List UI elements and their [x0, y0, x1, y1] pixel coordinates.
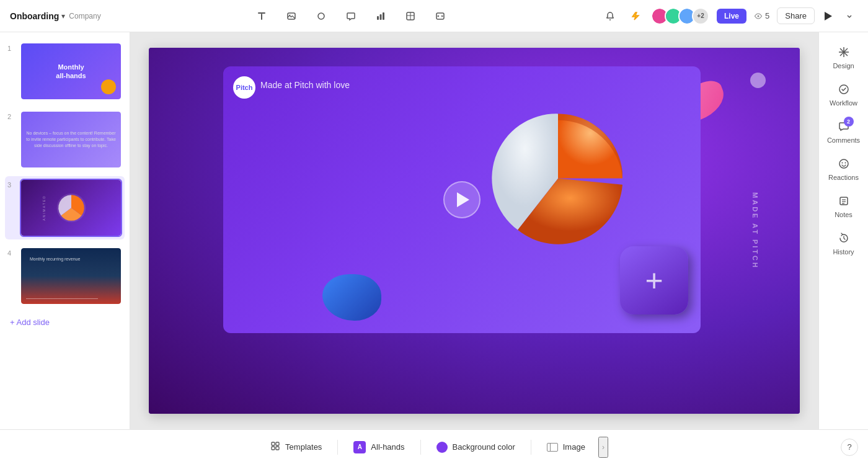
plus-icon-3d: +: [620, 246, 688, 315]
play-button[interactable]: [443, 181, 480, 218]
slide-thumbnail-3: ANIMATED: [20, 179, 122, 237]
add-slide-button[interactable]: + Add slide: [5, 313, 125, 332]
notes-label: Notes: [835, 211, 852, 218]
templates-button[interactable]: Templates: [260, 435, 332, 459]
slide-item-1[interactable]: 1 Monthlyall-hands: [5, 40, 125, 103]
shape-tool-icon[interactable]: [312, 7, 330, 25]
history-label: History: [833, 248, 854, 256]
image-label: Image: [563, 442, 585, 452]
pitch-made-text: Made at Pitch with love: [260, 80, 350, 90]
slide-item-4[interactable]: 4 Monthly recurring revenue: [5, 244, 125, 308]
toolbar-expand-button[interactable]: ›: [598, 437, 608, 458]
pitch-logo: Pitch: [233, 76, 255, 99]
all-hands-color-badge: A: [353, 441, 366, 453]
svg-marker-14: [825, 12, 832, 20]
blob-small: [750, 73, 766, 88]
notification-icon[interactable]: [601, 7, 619, 25]
help-button[interactable]: ?: [841, 439, 858, 456]
templates-label: Templates: [285, 442, 322, 452]
svg-rect-0: [258, 12, 265, 14]
text-tool-icon[interactable]: [253, 7, 270, 25]
slide-thumbnail-2: No devices – focus on the content! Remem…: [20, 110, 122, 169]
comment-tool-icon[interactable]: [342, 7, 360, 25]
svg-point-12: [609, 19, 611, 20]
svg-rect-30: [272, 447, 275, 450]
slide-canvas: ANIMATED BACKGROUNDS MADE AT PITCH Pitch…: [149, 48, 800, 414]
panel-item-notes[interactable]: Notes: [822, 189, 866, 223]
background-color-label: Background color: [453, 442, 515, 452]
svg-point-23: [844, 163, 846, 164]
slide-number-2: 2: [7, 113, 15, 120]
title-dropdown[interactable]: ▾: [61, 12, 65, 20]
share-button[interactable]: Share: [777, 7, 815, 24]
slide-item-2[interactable]: 2 No devices – focus on the content! Rem…: [5, 108, 125, 171]
header-right: +2 Live 5 Share: [601, 7, 858, 25]
presentation-subtitle: Company: [69, 12, 100, 20]
presentation-title: Onboarding: [10, 11, 59, 21]
divider-1: [337, 440, 338, 455]
history-icon: [836, 231, 851, 246]
slide-number-3: 3: [7, 181, 15, 189]
image-button[interactable]: Image: [536, 437, 596, 457]
all-hands-label: All-hands: [371, 442, 404, 452]
live-button[interactable]: Live: [717, 9, 746, 24]
divider-2: [420, 440, 421, 455]
svg-rect-32: [547, 443, 557, 451]
slide-item-3[interactable]: 3 ANIMATED: [5, 176, 125, 239]
notes-icon: [836, 194, 851, 208]
svg-rect-29: [276, 442, 279, 445]
made-at-pitch-label: MADE AT PITCH: [751, 192, 759, 269]
image-icon: [547, 443, 558, 452]
workflow-label: Workflow: [830, 99, 857, 107]
view-count: 5: [754, 11, 769, 20]
svg-rect-7: [383, 12, 384, 20]
play-presentation-button[interactable]: [822, 11, 833, 22]
toolbar-icons: [253, 7, 449, 25]
svg-point-21: [839, 159, 848, 168]
header-left: Onboarding ▾ Company: [10, 11, 101, 21]
blob-blue: [322, 274, 381, 321]
view-count-number: 5: [765, 11, 769, 20]
svg-point-22: [841, 163, 843, 164]
svg-point-13: [758, 15, 760, 17]
header: Onboarding ▾ Company: [0, 0, 868, 32]
reactions-label: Reactions: [828, 174, 859, 181]
svg-rect-6: [380, 14, 382, 20]
background-color-button[interactable]: Background color: [426, 436, 526, 458]
video-embed[interactable]: Pitch Made at Pitch with love: [223, 66, 701, 333]
svg-rect-28: [272, 442, 275, 445]
lightning-icon[interactable]: [626, 7, 644, 25]
right-panel: Design Workflow 2 Comments Reactions: [818, 32, 868, 429]
panel-item-history[interactable]: History: [822, 226, 866, 261]
collaborator-avatars: +2: [651, 7, 709, 25]
play-triangle-icon: [457, 192, 469, 207]
slide-thumbnail-4: Monthly recurring revenue: [20, 247, 122, 305]
embed-tool-icon[interactable]: [432, 7, 449, 25]
panel-item-design[interactable]: Design: [822, 40, 866, 74]
play-options-icon[interactable]: [841, 7, 858, 25]
slide-panel: 1 Monthlyall-hands 2 No devices – focus …: [0, 32, 130, 429]
svg-rect-5: [377, 16, 379, 20]
avatar-overflow: +2: [692, 7, 709, 25]
reactions-icon: [836, 156, 851, 171]
pie-chart-3d: [477, 91, 639, 252]
image-tool-icon[interactable]: [283, 7, 300, 25]
slide-number-4: 4: [7, 249, 15, 257]
canvas-area: ANIMATED BACKGROUNDS MADE AT PITCH Pitch…: [130, 32, 818, 429]
workflow-icon: [836, 82, 851, 97]
comments-label: Comments: [827, 136, 860, 144]
slide-thumbnail-1: Monthlyall-hands: [20, 42, 122, 100]
panel-item-reactions[interactable]: Reactions: [822, 151, 866, 186]
table-tool-icon[interactable]: [402, 7, 419, 25]
comments-badge: 2: [844, 117, 854, 127]
panel-item-comments[interactable]: 2 Comments: [822, 114, 866, 149]
svg-rect-1: [261, 14, 262, 20]
all-hands-button[interactable]: A All-hands: [343, 435, 415, 459]
svg-rect-31: [276, 447, 279, 450]
divider-3: [531, 440, 531, 455]
templates-icon: [270, 441, 280, 453]
comments-icon: 2: [836, 119, 851, 134]
chart-tool-icon[interactable]: [372, 7, 389, 25]
panel-item-workflow[interactable]: Workflow: [822, 77, 866, 112]
design-icon: [836, 45, 851, 60]
